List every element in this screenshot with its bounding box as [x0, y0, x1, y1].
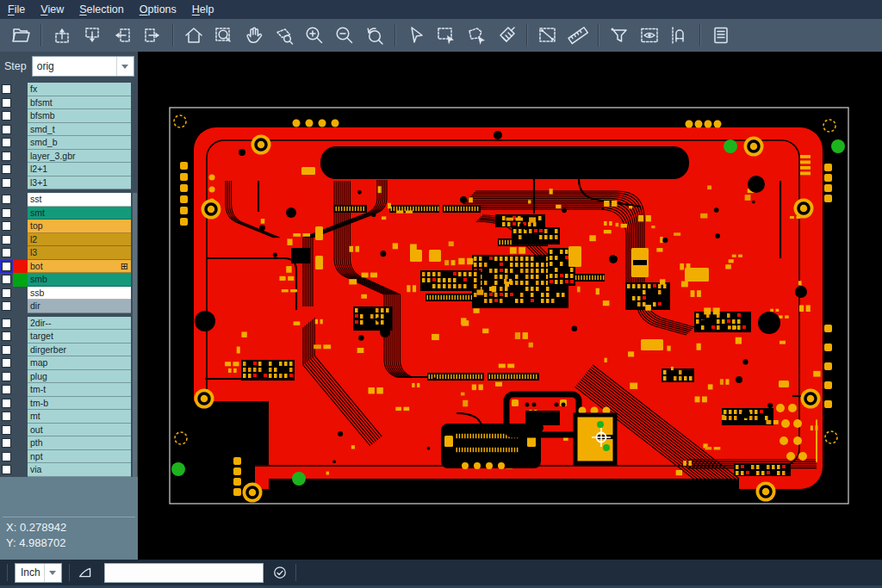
layer-row-smt[interactable]: smt	[0, 207, 138, 220]
clean-brush-button[interactable]	[491, 22, 521, 48]
chevron-down-icon[interactable]	[44, 564, 61, 582]
layer-label[interactable]: map	[28, 356, 131, 370]
pan-up-button[interactable]	[47, 22, 77, 48]
layer-row-smd-t[interactable]: smd_t	[0, 123, 138, 137]
layer-label[interactable]: dirgerber	[28, 344, 131, 357]
layer-row-layer-3-gbr[interactable]: layer_3.gbr	[0, 150, 138, 164]
layer-row-map[interactable]: map	[0, 356, 138, 370]
pcb-board-view[interactable]	[138, 52, 882, 560]
pan-left-button[interactable]	[107, 22, 137, 48]
layer-row-plug[interactable]: plug	[0, 370, 138, 384]
select-cursor-button[interactable]	[401, 22, 431, 48]
angle-measure-icon[interactable]	[77, 563, 96, 582]
layer-label[interactable]: ssb	[28, 287, 131, 300]
unit-select[interactable]: Inch	[15, 563, 62, 583]
home-view-button[interactable]	[178, 22, 208, 48]
layer-label[interactable]: smb	[28, 273, 131, 287]
layer-checkbox[interactable]	[2, 248, 11, 257]
report-list-button[interactable]	[705, 22, 736, 48]
pan-down-button[interactable]	[77, 22, 107, 48]
menu-item-file[interactable]: File	[0, 0, 33, 19]
layer-label[interactable]: l2	[28, 233, 131, 247]
layer-checkbox[interactable]	[2, 262, 11, 271]
layer-label[interactable]: via	[28, 463, 131, 477]
layer-row-smb[interactable]: smb	[0, 273, 138, 287]
layer-checkbox[interactable]	[2, 319, 11, 328]
layer-label[interactable]: bfsmt	[28, 96, 131, 110]
layer-row-dir[interactable]: dir	[0, 300, 138, 313]
layer-checkbox[interactable]	[2, 358, 11, 368]
layer-row-npt[interactable]: npt	[0, 450, 138, 464]
layer-checkbox[interactable]	[2, 372, 11, 381]
layer-row-2dir-[interactable]: 2dir--	[0, 317, 138, 331]
layer-row-top[interactable]: top	[0, 220, 138, 233]
layer-checkbox[interactable]	[2, 425, 11, 435]
layer-checkbox[interactable]	[2, 412, 11, 421]
menu-item-selection[interactable]: Selection	[71, 0, 131, 19]
chevron-down-icon[interactable]	[116, 57, 134, 76]
layer-row-out[interactable]: out	[0, 424, 138, 437]
layer-row-dirgerber[interactable]: dirgerber	[0, 344, 138, 357]
layer-label[interactable]: out	[28, 424, 131, 437]
pcb-canvas[interactable]	[138, 52, 882, 560]
layer-checkbox[interactable]	[2, 208, 11, 218]
layer-label[interactable]: mt	[28, 410, 131, 424]
layer-label[interactable]: layer_3.gbr	[28, 150, 131, 164]
layer-label[interactable]: target	[28, 330, 131, 344]
ruler-button[interactable]	[562, 22, 593, 48]
layer-checkbox[interactable]	[2, 221, 11, 231]
zoom-in-button[interactable]	[299, 22, 329, 48]
layer-row-tm-b[interactable]: tm-b	[0, 397, 138, 411]
layer-checkbox[interactable]	[2, 345, 11, 355]
layer-row-bfsmb[interactable]: bfsmb	[0, 109, 138, 123]
layer-label[interactable]: tm-t	[28, 383, 131, 397]
layer-label[interactable]: pth	[28, 436, 131, 450]
snap-magnet-button[interactable]	[664, 22, 694, 48]
layer-checkbox[interactable]	[2, 465, 11, 474]
zoom-previous-button[interactable]	[359, 22, 389, 48]
layer-row-l2-1[interactable]: l2+1	[0, 163, 138, 176]
layer-row-l3-1[interactable]: l3+1	[0, 176, 138, 190]
zoom-out-button[interactable]	[329, 22, 359, 48]
measure-distance-button[interactable]	[532, 22, 562, 48]
menu-item-options[interactable]: Options	[132, 0, 184, 19]
layer-row-target[interactable]: target	[0, 330, 138, 344]
layer-row-mt[interactable]: mt	[0, 410, 138, 424]
layer-checkbox[interactable]	[2, 195, 11, 204]
zoom-drag-button[interactable]	[269, 22, 299, 48]
layer-checkbox[interactable]	[2, 125, 11, 134]
layer-label[interactable]: bfsmb	[28, 109, 131, 123]
layer-row-tm-t[interactable]: tm-t	[0, 383, 138, 397]
layer-row-smd-b[interactable]: smd_b	[0, 136, 138, 150]
step-select[interactable]: orig	[32, 56, 134, 77]
layer-checkbox[interactable]	[2, 98, 11, 108]
layer-label[interactable]: tm-b	[28, 397, 131, 411]
layer-label[interactable]: bot⊞	[28, 260, 131, 274]
menu-item-view[interactable]: View	[33, 0, 71, 19]
zoom-area-button[interactable]	[208, 22, 239, 48]
layer-checkbox[interactable]	[2, 178, 11, 188]
layer-checkbox[interactable]	[2, 164, 11, 174]
layer-row-l3[interactable]: l3	[0, 246, 138, 260]
menu-item-help[interactable]: Help	[184, 0, 222, 19]
layer-label[interactable]: fx	[28, 83, 131, 96]
layer-checkbox[interactable]	[2, 235, 11, 244]
view-options-button[interactable]	[634, 22, 664, 48]
layer-label[interactable]: l2+1	[28, 163, 131, 176]
layer-checkbox[interactable]	[2, 111, 11, 121]
layer-checkbox[interactable]	[2, 138, 11, 147]
layer-row-ssb[interactable]: ssb	[0, 287, 138, 300]
layer-row-l2[interactable]: l2	[0, 233, 138, 247]
open-folder-button[interactable]	[5, 22, 35, 48]
select-polygon-button[interactable]	[461, 22, 491, 48]
layer-label[interactable]: 2dir--	[28, 317, 131, 331]
layer-row-fx[interactable]: fx	[0, 83, 138, 96]
layer-row-via[interactable]: via	[0, 463, 138, 477]
layer-row-pth[interactable]: pth	[0, 436, 138, 450]
layer-row-bfsmt[interactable]: bfsmt	[0, 96, 138, 110]
layer-label[interactable]: dir	[28, 300, 131, 313]
layer-color-swatch[interactable]	[13, 260, 28, 274]
layer-label[interactable]: top	[28, 220, 131, 233]
layer-label[interactable]: smd_b	[28, 136, 131, 150]
layer-checkbox[interactable]	[2, 399, 11, 408]
